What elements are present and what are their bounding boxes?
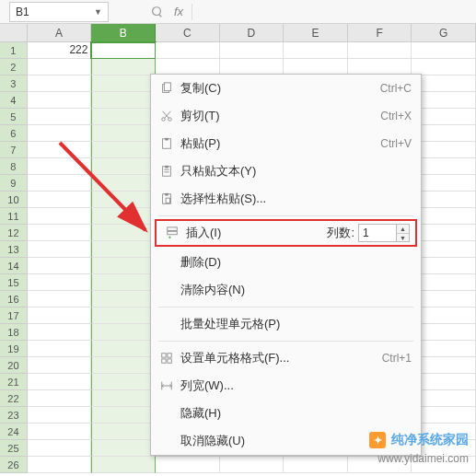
column-header-E[interactable]: E	[284, 24, 348, 42]
cell[interactable]	[91, 142, 156, 158]
menu-cut[interactable]: 剪切(T) Ctrl+X	[151, 102, 421, 130]
row-header[interactable]: 1	[0, 42, 28, 59]
cell[interactable]	[91, 258, 156, 274]
cell[interactable]	[91, 241, 156, 258]
cell[interactable]	[28, 308, 92, 324]
cell[interactable]	[28, 208, 92, 225]
chevron-down-icon[interactable]: ▼	[94, 7, 102, 17]
cell[interactable]	[28, 357, 92, 374]
cell[interactable]	[91, 274, 156, 291]
menu-paste-special[interactable]: 选择性粘贴(S)...	[151, 185, 421, 213]
cell[interactable]	[28, 158, 92, 175]
row-header[interactable]: 20	[0, 357, 28, 374]
row-header[interactable]: 2	[0, 59, 28, 75]
cell[interactable]	[28, 59, 92, 75]
row-header[interactable]: 15	[0, 274, 28, 291]
row-header[interactable]: 12	[0, 225, 28, 241]
column-header-D[interactable]: D	[220, 24, 284, 42]
cell[interactable]	[28, 424, 92, 440]
cell[interactable]	[284, 42, 348, 59]
cell[interactable]	[91, 158, 156, 175]
row-header[interactable]: 23	[0, 407, 28, 424]
cell[interactable]	[91, 175, 156, 192]
spinner-up-icon[interactable]: ▲	[397, 225, 409, 234]
cell[interactable]	[412, 42, 476, 59]
column-header-G[interactable]: G	[412, 24, 476, 42]
cell[interactable]	[91, 390, 156, 407]
cell[interactable]	[91, 208, 156, 225]
cell[interactable]	[91, 341, 156, 357]
menu-column-width[interactable]: 列宽(W)...	[151, 372, 421, 400]
cell[interactable]	[28, 341, 92, 357]
insert-count-input[interactable]: 1	[358, 224, 397, 242]
cell[interactable]	[28, 92, 92, 109]
menu-copy[interactable]: 复制(C) Ctrl+C	[151, 75, 421, 102]
row-header[interactable]: 5	[0, 109, 28, 125]
row-header[interactable]: 10	[0, 192, 28, 208]
menu-clear[interactable]: 清除内容(N)	[151, 276, 421, 304]
menu-hide[interactable]: 隐藏(H)	[151, 400, 421, 427]
cell[interactable]: 222	[28, 42, 92, 59]
row-header[interactable]: 11	[0, 208, 28, 225]
cell[interactable]	[91, 308, 156, 324]
cell[interactable]	[28, 258, 92, 274]
cell[interactable]	[91, 109, 156, 125]
cell[interactable]	[91, 75, 156, 92]
row-header[interactable]: 4	[0, 92, 28, 109]
cell[interactable]	[91, 92, 156, 109]
cell[interactable]	[28, 241, 92, 258]
menu-format-cells[interactable]: 设置单元格格式(F)... Ctrl+1	[151, 344, 421, 372]
cell[interactable]	[28, 274, 92, 291]
cell[interactable]	[91, 440, 156, 457]
cell[interactable]	[28, 374, 92, 390]
spinner-down-icon[interactable]: ▼	[397, 234, 409, 242]
cell[interactable]	[28, 142, 92, 158]
cell[interactable]	[284, 457, 348, 473]
row-header[interactable]: 18	[0, 324, 28, 341]
cell[interactable]	[28, 75, 92, 92]
cell[interactable]	[28, 390, 92, 407]
cell[interactable]	[156, 457, 220, 473]
cell[interactable]	[156, 42, 220, 59]
cell[interactable]	[91, 324, 156, 341]
row-header[interactable]: 6	[0, 125, 28, 142]
cell[interactable]	[28, 225, 92, 241]
cell[interactable]	[91, 59, 156, 75]
cell[interactable]	[28, 175, 92, 192]
cell[interactable]	[220, 457, 284, 473]
insert-count-spinner[interactable]: ▲ ▼	[397, 224, 410, 242]
row-header[interactable]: 16	[0, 291, 28, 308]
cell[interactable]	[91, 424, 156, 440]
cell[interactable]	[28, 440, 92, 457]
row-header[interactable]: 7	[0, 142, 28, 158]
row-header[interactable]: 17	[0, 308, 28, 324]
row-header[interactable]: 26	[0, 457, 28, 473]
row-header[interactable]: 19	[0, 341, 28, 357]
cell[interactable]	[91, 291, 156, 308]
cell[interactable]	[91, 192, 156, 208]
row-header[interactable]: 9	[0, 175, 28, 192]
menu-paste-text[interactable]: 只粘贴文本(Y)	[151, 157, 421, 185]
menu-insert-highlighted[interactable]: 插入(I) 列数: 1 ▲ ▼	[155, 219, 417, 247]
menu-delete[interactable]: 删除(D)	[151, 249, 421, 276]
row-header[interactable]: 25	[0, 440, 28, 457]
cell[interactable]	[91, 457, 156, 473]
cell[interactable]	[28, 407, 92, 424]
column-header-C[interactable]: C	[156, 24, 220, 42]
cell[interactable]	[220, 42, 284, 59]
cell[interactable]	[28, 324, 92, 341]
cell[interactable]	[91, 357, 156, 374]
cell[interactable]	[348, 42, 412, 59]
cell[interactable]	[28, 291, 92, 308]
row-header[interactable]: 3	[0, 75, 28, 92]
row-header[interactable]: 21	[0, 374, 28, 390]
column-header-B[interactable]: B	[91, 24, 156, 42]
cell[interactable]	[28, 125, 92, 142]
row-header[interactable]: 22	[0, 390, 28, 407]
row-header[interactable]: 14	[0, 258, 28, 274]
cell[interactable]	[28, 109, 92, 125]
cell[interactable]	[28, 192, 92, 208]
cell[interactable]	[91, 407, 156, 424]
cell[interactable]	[91, 374, 156, 390]
cancel-formula-icon[interactable]	[145, 6, 168, 18]
